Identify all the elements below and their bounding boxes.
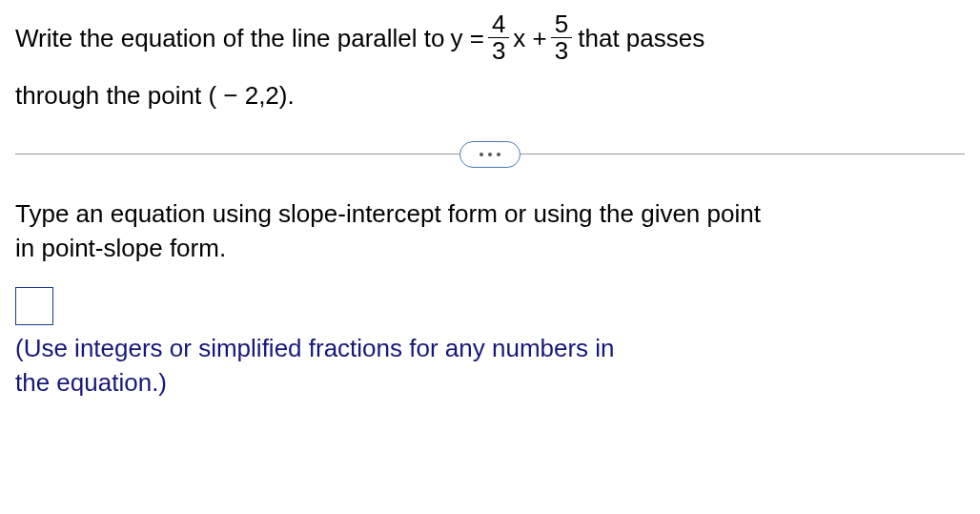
question-suffix-1: that passes <box>578 21 704 55</box>
instructions-line-2: in point-slope form. <box>15 231 965 265</box>
divider-line-left <box>15 154 460 154</box>
answer-block: (Use integers or simplified fractions fo… <box>15 287 965 401</box>
fraction-1-den: 3 <box>488 37 509 64</box>
fraction-2-den: 3 <box>551 37 572 64</box>
expand-toggle[interactable] <box>459 141 521 168</box>
expr-left: y = <box>450 21 483 55</box>
divider-line-right <box>520 154 965 154</box>
instructions-line-1: Type an equation using slope-intercept f… <box>15 196 965 231</box>
fraction-2-num: 5 <box>551 11 572 37</box>
question-block: Write the equation of the line parallel … <box>15 11 965 113</box>
instructions-block: Type an equation using slope-intercept f… <box>15 196 965 266</box>
helper-line-2: the equation.) <box>15 365 740 400</box>
equation-input[interactable] <box>15 287 53 325</box>
helper-text: (Use integers or simplified fractions fo… <box>15 331 740 401</box>
question-prefix: Write the equation of the line parallel … <box>15 21 444 55</box>
question-line-2: through the point ( − 2,2). <box>15 78 965 113</box>
question-line-1: Write the equation of the line parallel … <box>15 11 965 65</box>
helper-line-1: (Use integers or simplified fractions fo… <box>15 331 740 365</box>
dots-icon <box>497 153 500 156</box>
fraction-1: 4 3 <box>488 11 509 65</box>
section-divider <box>15 141 965 168</box>
dots-icon <box>488 153 492 156</box>
dots-icon <box>480 153 483 156</box>
fraction-2: 5 3 <box>551 11 572 65</box>
expr-mid: x + <box>513 21 546 55</box>
question-equation: y = 4 3 x + 5 3 <box>444 11 576 65</box>
fraction-1-num: 4 <box>488 11 509 37</box>
